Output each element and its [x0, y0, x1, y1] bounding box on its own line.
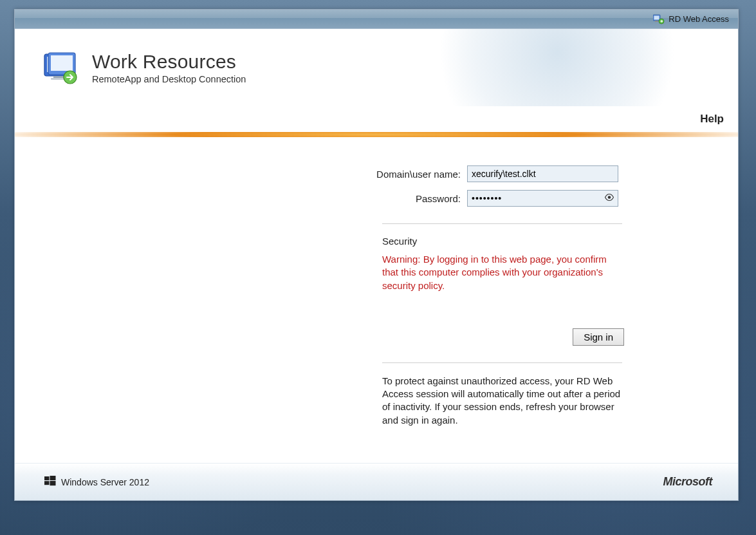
- divider-2: [382, 362, 622, 363]
- top-bar: RD Web Access: [15, 10, 738, 29]
- divider-1: [382, 223, 622, 224]
- svg-point-11: [608, 196, 611, 199]
- signin-row: Sign in: [382, 328, 624, 346]
- top-bar-label: RD Web Access: [668, 14, 729, 24]
- page-subtitle: RemoteApp and Desktop Connection: [92, 74, 246, 84]
- svg-rect-12: [44, 476, 50, 480]
- svg-rect-1: [654, 15, 659, 19]
- footer-product-label: Windows Server 2012: [61, 477, 149, 487]
- security-block: Security Warning: By logging in to this …: [382, 236, 624, 292]
- title-block: Work Resources RemoteApp and Desktop Con…: [92, 51, 246, 84]
- svg-rect-2: [655, 21, 658, 22]
- svg-rect-15: [50, 481, 56, 485]
- security-warning: Warning: By logging in to this web page,…: [382, 253, 624, 292]
- help-link[interactable]: Help: [700, 113, 724, 126]
- logo-block: Work Resources RemoteApp and Desktop Con…: [42, 50, 246, 85]
- help-row: Help: [15, 106, 738, 132]
- windows-logo-icon: [44, 476, 56, 488]
- footer-vendor: Microsoft: [663, 475, 713, 489]
- sign-in-button[interactable]: Sign in: [573, 328, 624, 346]
- svg-rect-8: [53, 76, 65, 78]
- username-label: Domain\user name:: [129, 169, 467, 180]
- rdweb-panel: RD Web Access Work Resources RemoteApp a…: [14, 9, 739, 501]
- work-resources-icon: [42, 50, 80, 85]
- header: Work Resources RemoteApp and Desktop Con…: [15, 29, 738, 106]
- password-wrap: [467, 190, 618, 207]
- password-label: Password:: [129, 193, 467, 204]
- security-heading: Security: [382, 236, 624, 247]
- svg-rect-13: [50, 476, 56, 480]
- password-row: Password:: [129, 190, 624, 207]
- footer-product: Windows Server 2012: [44, 476, 149, 488]
- footer: Windows Server 2012 Microsoft: [15, 463, 738, 500]
- timeout-notice: To protect against unauthorized access, …: [382, 375, 624, 427]
- username-row: Domain\user name:: [129, 165, 624, 182]
- page-title: Work Resources: [92, 51, 246, 73]
- svg-rect-7: [51, 55, 73, 71]
- password-input[interactable]: [467, 190, 618, 207]
- rdweb-icon: [653, 14, 665, 24]
- svg-rect-14: [44, 481, 50, 485]
- username-input[interactable]: [467, 165, 618, 182]
- reveal-password-icon[interactable]: [604, 194, 614, 203]
- orange-divider: [15, 132, 738, 137]
- login-form: Domain\user name: Password: Se: [129, 165, 624, 427]
- main-content: Domain\user name: Password: Se: [15, 137, 738, 463]
